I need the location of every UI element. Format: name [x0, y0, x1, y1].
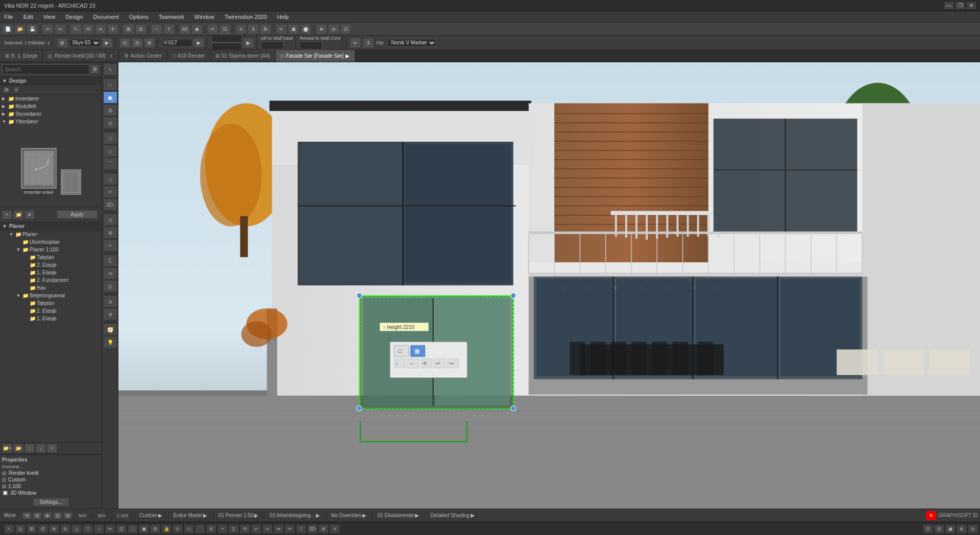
- reveal-value-input[interactable]: 90: [300, 41, 323, 49]
- menu-window[interactable]: Window: [192, 13, 216, 21]
- tb-layer[interactable]: ≡: [235, 24, 247, 34]
- eksisterende-item[interactable]: 01 Eksisterende ▶: [376, 513, 422, 518]
- custom-item[interactable]: Custom ▶: [137, 513, 164, 518]
- zoom-out-btn[interactable]: ⊖: [33, 512, 42, 519]
- ltp-rect[interactable]: □: [103, 79, 117, 91]
- zoom-in-btn[interactable]: ⊕: [43, 512, 52, 519]
- entire-model-item[interactable]: Entire Model ▶: [172, 513, 210, 518]
- bb2-btn-28[interactable]: ⌦: [307, 524, 317, 533]
- menu-document[interactable]: Document: [91, 13, 121, 21]
- tree2-down[interactable]: ↓: [36, 444, 46, 453]
- no-overrides-item[interactable]: No Overrides ▶: [329, 513, 369, 518]
- tree-planer-group[interactable]: ▼ 📁 Planer: [0, 231, 102, 238]
- tab-skjema[interactable]: ⊞ 01 Skjema dorer (A4): [210, 50, 276, 62]
- tree2-new-folder[interactable]: 📁+: [2, 444, 12, 453]
- penner-label[interactable]: 01 Penner 1:50: [218, 513, 253, 518]
- tree-etasje1a[interactable]: 📁 1. Etasje: [0, 269, 102, 276]
- more-item[interactable]: More: [2, 513, 18, 518]
- ltp-sigma[interactable]: Σ: [103, 254, 117, 267]
- bb2-btn-9[interactable]: ↔: [94, 524, 104, 533]
- custom-arrow[interactable]: ▶: [158, 513, 162, 518]
- bb2-btn-25[interactable]: ⇔: [274, 524, 284, 533]
- bb2-btn-5[interactable]: ⊕: [49, 524, 59, 533]
- view-dropdown[interactable]: Skyv 03: [69, 39, 101, 47]
- zoom-fit-btn[interactable]: ⊡: [53, 512, 62, 519]
- tab-a10-render[interactable]: □ A10 Render: [167, 50, 210, 62]
- bb2-btn-19[interactable]: ⊘: [206, 524, 216, 533]
- ltp-grid[interactable]: ⊞: [103, 104, 117, 116]
- window-controls[interactable]: — ❐ ✕: [944, 2, 976, 9]
- menu-view[interactable]: View: [41, 13, 58, 21]
- ltp-arc[interactable]: ⌒: [103, 158, 117, 170]
- tree2-open-folder[interactable]: 📂: [13, 444, 23, 453]
- bb2-btn-29[interactable]: ⊗: [318, 524, 329, 533]
- view-mode-2[interactable]: ⊟: [132, 38, 143, 48]
- tab-etasje[interactable]: ⊞ B. 1. Etasje: [0, 50, 43, 62]
- bb2-btn-7[interactable]: △: [71, 524, 82, 533]
- bb2-right-5[interactable]: ⊖: [968, 524, 978, 533]
- ltp-circle[interactable]: ⊙: [103, 214, 117, 226]
- view-nav-btn[interactable]: ▶: [102, 38, 113, 48]
- view-code-btn[interactable]: ▶: [193, 38, 205, 48]
- bb2-btn-26[interactable]: ✂: [285, 524, 295, 533]
- penner-arrow[interactable]: ▶: [254, 513, 258, 518]
- bb2-btn-6[interactable]: ⊖: [60, 524, 70, 533]
- ltp-lamp[interactable]: 💡: [103, 336, 117, 348]
- bb2-btn-20[interactable]: +: [217, 524, 228, 533]
- detailed-shading-label[interactable]: Detailed Shading: [430, 513, 469, 518]
- tb-move[interactable]: ✛: [107, 24, 118, 34]
- bb2-btn-13[interactable]: ▣: [139, 524, 149, 533]
- bb2-btn-18[interactable]: ⌒: [195, 524, 205, 533]
- bb2-right-3[interactable]: ▣: [945, 524, 955, 533]
- dim-width-input[interactable]: 3990: [211, 34, 242, 42]
- tree-betjeningsareal[interactable]: ▼ 📁 Betjeningsareal: [0, 292, 102, 299]
- search-input[interactable]: [2, 64, 89, 74]
- tree-skyvedorer[interactable]: ▶ 📁 Skyvedører: [0, 110, 102, 118]
- tb-grid[interactable]: ⊟: [135, 24, 146, 34]
- bb2-btn-12[interactable]: □: [128, 524, 138, 533]
- viewport[interactable]: ↑ Height 2210 □ ▩ ↕ ↔ ⟲ ↩ ↪: [118, 62, 980, 508]
- maximize-button[interactable]: ❐: [955, 2, 965, 9]
- tb-render[interactable]: ◉: [191, 24, 203, 34]
- bb2-btn-16[interactable]: ⊙: [173, 524, 183, 533]
- tab-action-center[interactable]: ⚙ Action Center: [119, 50, 167, 62]
- tree-fundament2[interactable]: 📁 2. Fundament: [0, 276, 102, 284]
- bb2-right-2[interactable]: ⊟: [934, 524, 944, 533]
- tb-text[interactable]: T: [163, 24, 175, 34]
- bb2-btn-23[interactable]: ↩: [251, 524, 261, 533]
- no-overrides-label[interactable]: No Overrides: [331, 513, 361, 518]
- menu-twinmotion[interactable]: Twinmotion 2020: [223, 13, 269, 21]
- tb-zoom-in[interactable]: ⊕: [316, 24, 327, 34]
- tb-color[interactable]: ⬤: [300, 24, 311, 34]
- tb-fill[interactable]: ▣: [288, 24, 299, 34]
- ltp-triangle[interactable]: △: [103, 173, 117, 185]
- tb-snap[interactable]: ⊞: [123, 24, 134, 34]
- tb-dimension[interactable]: ↔: [151, 24, 162, 34]
- tb-fit[interactable]: ⊡: [340, 24, 352, 34]
- tree-etasje2b[interactable]: 📁 2. Etasje: [0, 307, 102, 315]
- eksisterende-arrow[interactable]: ▶: [415, 513, 419, 518]
- arbeid-label[interactable]: 03 Arbeidstegning...: [270, 513, 314, 518]
- tb-properties[interactable]: ⚙: [260, 24, 271, 34]
- tb-zoom-out[interactable]: ⊖: [328, 24, 339, 34]
- arbeid-arrow[interactable]: ▶: [316, 513, 320, 518]
- bb2-btn-24[interactable]: ↪: [262, 524, 273, 533]
- tree-takplan2[interactable]: 📁 Takplan: [0, 299, 102, 307]
- entire-model-arrow[interactable]: ▶: [203, 513, 207, 518]
- bb2-btn-4[interactable]: ⊟: [38, 524, 48, 533]
- ltp-target[interactable]: ◎: [103, 280, 117, 292]
- view-code-input[interactable]: [162, 39, 192, 47]
- filter-list-btn[interactable]: ≡: [12, 86, 20, 93]
- more-label[interactable]: More: [4, 513, 16, 518]
- menu-teamwork[interactable]: Teamwork: [157, 13, 186, 21]
- tree-utomhusplan[interactable]: 📁 Utomhusplan: [0, 238, 102, 246]
- ltp-erase[interactable]: ⌦: [103, 198, 117, 211]
- menu-file[interactable]: File: [2, 13, 15, 21]
- tree-takplan1[interactable]: 📁 Takplan: [0, 253, 102, 261]
- tab-render-close[interactable]: ✕: [109, 54, 113, 59]
- tb-pen[interactable]: ✏: [276, 24, 287, 34]
- detailed-shading-item[interactable]: Detailed Shading ▶: [428, 513, 477, 518]
- bb2-btn-1[interactable]: ↖: [4, 524, 14, 533]
- settings-button[interactable]: Settings...: [33, 498, 68, 506]
- tb-undo[interactable]: ↩: [42, 24, 54, 34]
